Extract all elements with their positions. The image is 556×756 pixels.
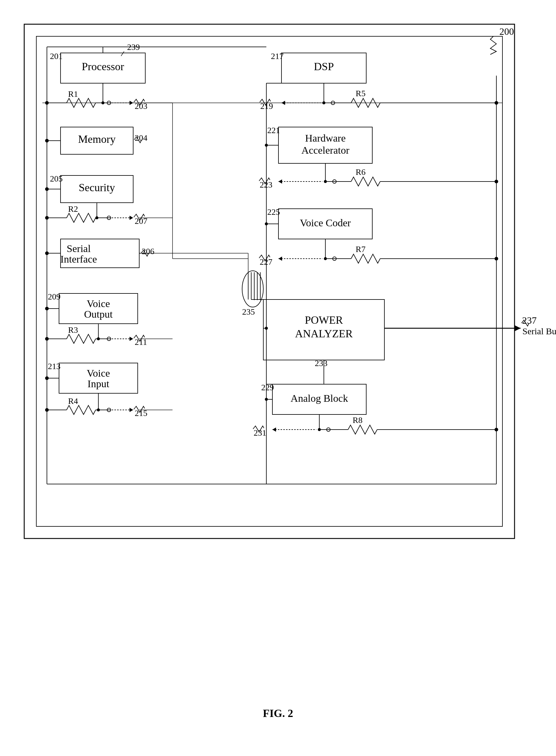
svg-text:R3: R3 xyxy=(68,325,78,335)
svg-text:Security: Security xyxy=(79,182,115,194)
svg-text:Voice Coder: Voice Coder xyxy=(300,217,351,228)
svg-marker-61 xyxy=(130,337,133,341)
svg-point-152 xyxy=(318,428,321,431)
svg-text:Memory: Memory xyxy=(78,133,116,145)
svg-text:ANALYZER: ANALYZER xyxy=(295,328,353,340)
svg-text:235: 235 xyxy=(242,307,255,316)
svg-text:231: 231 xyxy=(254,428,266,438)
svg-text:221: 221 xyxy=(267,125,280,135)
svg-point-119 xyxy=(324,257,327,260)
svg-text:Processor: Processor xyxy=(82,61,124,73)
svg-point-175 xyxy=(265,398,268,401)
svg-text:POWER: POWER xyxy=(305,314,343,326)
svg-text:R8: R8 xyxy=(353,415,362,425)
svg-line-8 xyxy=(121,51,124,56)
svg-marker-121 xyxy=(278,257,282,261)
svg-marker-106 xyxy=(278,179,282,184)
svg-text:233: 233 xyxy=(315,358,327,368)
svg-point-48 xyxy=(45,252,49,255)
svg-text:Output: Output xyxy=(84,309,113,320)
svg-text:R4: R4 xyxy=(68,396,78,406)
svg-text:R2: R2 xyxy=(68,204,78,214)
svg-marker-133 xyxy=(515,325,521,331)
svg-point-104 xyxy=(324,180,327,183)
svg-marker-37 xyxy=(130,216,133,220)
svg-text:Voice: Voice xyxy=(87,298,110,309)
svg-text:201: 201 xyxy=(50,51,63,61)
svg-text:200: 200 xyxy=(499,26,514,37)
svg-text:205: 205 xyxy=(50,174,63,183)
svg-text:209: 209 xyxy=(48,292,61,301)
figure-label: FIG. 2 xyxy=(263,707,293,720)
svg-text:Voice: Voice xyxy=(87,368,110,379)
svg-marker-90 xyxy=(281,101,285,105)
svg-text:DSP: DSP xyxy=(314,61,334,73)
svg-text:R5: R5 xyxy=(356,89,366,98)
svg-point-161 xyxy=(265,144,268,147)
svg-text:213: 213 xyxy=(48,362,61,371)
svg-text:Analog Block: Analog Block xyxy=(290,393,348,404)
svg-text:Input: Input xyxy=(88,378,109,389)
svg-marker-77 xyxy=(130,408,133,412)
svg-point-80 xyxy=(97,408,100,411)
svg-text:Accelerator: Accelerator xyxy=(302,145,350,156)
svg-text:Serial Bus: Serial Bus xyxy=(522,326,556,336)
svg-text:Serial: Serial xyxy=(67,243,91,254)
svg-point-20 xyxy=(101,101,104,104)
svg-text:217: 217 xyxy=(271,51,284,61)
svg-point-41 xyxy=(95,216,98,219)
svg-text:225: 225 xyxy=(267,207,280,217)
svg-point-70 xyxy=(45,376,49,380)
svg-point-25 xyxy=(45,139,49,143)
svg-text:Hardware: Hardware xyxy=(305,133,346,144)
svg-point-30 xyxy=(45,187,49,191)
svg-text:R1: R1 xyxy=(68,89,78,99)
svg-marker-16 xyxy=(130,101,133,105)
svg-point-88 xyxy=(322,101,325,104)
svg-marker-154 xyxy=(272,427,276,432)
svg-text:R7: R7 xyxy=(356,244,366,254)
svg-text:R6: R6 xyxy=(356,167,366,177)
diagram-page: 200 Processor 201 239 203 xyxy=(0,0,556,756)
svg-point-54 xyxy=(45,307,49,310)
svg-point-64 xyxy=(97,337,100,340)
svg-text:Interface: Interface xyxy=(61,254,97,265)
